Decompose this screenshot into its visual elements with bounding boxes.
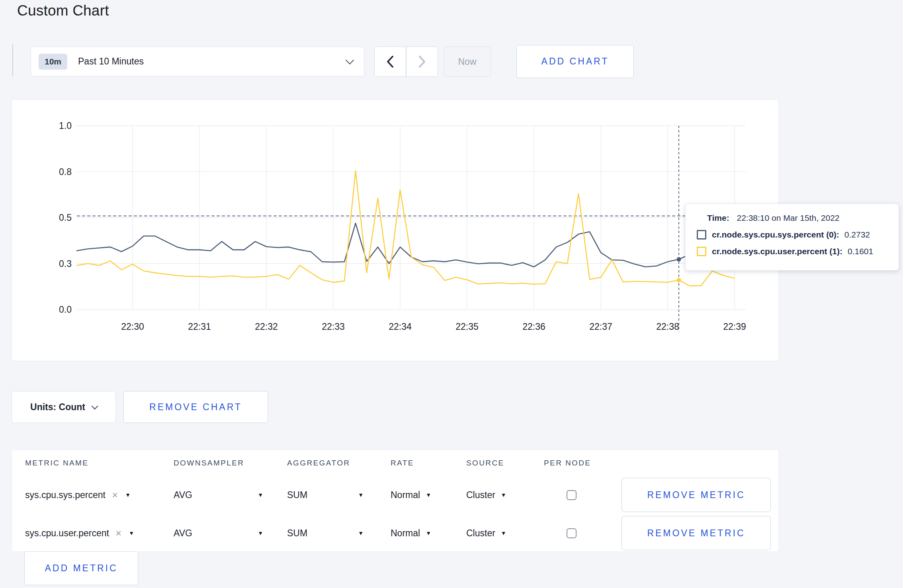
dropdown-caret-icon: ▼ — [358, 530, 364, 536]
tooltip-time-label: Time: — [707, 213, 729, 222]
aggregator-value: SUM — [287, 528, 307, 539]
col-header-metric-name: METRIC NAME — [25, 459, 174, 467]
col-header-rate: RATE — [391, 459, 466, 467]
sys-series-swatch-icon — [697, 230, 706, 239]
time-range-label: Past 10 Minutes — [78, 56, 144, 67]
svg-text:1.0: 1.0 — [59, 121, 72, 131]
metric-name-select[interactable]: sys.cpu.sys.percent × ▼ — [25, 489, 174, 501]
tooltip-series-row: cr.node.sys.cpu.user.percent (1): 0.1601 — [697, 247, 899, 256]
units-select[interactable]: Units: Count — [12, 391, 116, 423]
remove-metric-button[interactable]: REMOVE METRIC — [622, 478, 771, 512]
user-series-swatch-icon — [697, 247, 706, 256]
svg-text:22:34: 22:34 — [389, 321, 412, 332]
dropdown-caret-icon: ▼ — [358, 492, 364, 498]
dropdown-caret-icon: ▼ — [501, 492, 506, 498]
remove-chart-button[interactable]: REMOVE CHART — [123, 391, 268, 423]
units-label: Units: Count — [30, 402, 85, 413]
toolbar-divider — [12, 44, 13, 76]
svg-text:0.0: 0.0 — [59, 304, 72, 315]
svg-text:22:35: 22:35 — [455, 321, 479, 332]
svg-text:0.8: 0.8 — [59, 167, 72, 177]
rate-value: Normal — [391, 528, 420, 539]
metric-name-select[interactable]: sys.cpu.user.percent × ▼ — [25, 527, 174, 539]
chart-tooltip: Time: 22:38:10 on Mar 15th, 2022 cr.node… — [685, 204, 899, 271]
tooltip-time: Time: 22:38:10 on Mar 15th, 2022 — [707, 213, 899, 223]
col-header-aggregator: AGGREGATOR — [287, 459, 391, 467]
svg-text:22:37: 22:37 — [589, 321, 612, 332]
cpu-line-chart[interactable]: 0.00.30.50.81.022:3022:3122:3222:3322:34… — [12, 100, 778, 360]
table-row: sys.cpu.user.percent × ▼ AVG ▼ SUM ▼ Nor… — [12, 514, 778, 552]
svg-text:22:31: 22:31 — [188, 321, 211, 332]
col-header-source: SOURCE — [466, 459, 544, 467]
col-header-downsampler: DOWNSAMPLER — [174, 459, 287, 467]
tooltip-series-row: cr.node.sys.cpu.sys.percent (0): 0.2732 — [697, 230, 899, 239]
source-select[interactable]: Cluster ▼ — [466, 490, 544, 500]
chevron-down-icon — [346, 56, 354, 64]
aggregator-value: SUM — [287, 490, 307, 500]
tooltip-sys-value: 0.2732 — [844, 230, 870, 239]
chart-card: 0.00.30.50.81.022:3022:3122:3222:3322:34… — [12, 99, 779, 361]
svg-text:0.5: 0.5 — [59, 212, 72, 223]
downsampler-value: AVG — [174, 490, 192, 500]
time-prev-button[interactable] — [375, 47, 406, 76]
add-chart-button[interactable]: ADD CHART — [516, 45, 634, 78]
dropdown-caret-icon[interactable]: ▼ — [129, 530, 134, 536]
dropdown-caret-icon: ▼ — [426, 492, 431, 498]
source-value: Cluster — [466, 528, 495, 539]
svg-text:22:33: 22:33 — [322, 321, 345, 332]
tooltip-time-value: 22:38:10 on Mar 15th, 2022 — [737, 213, 839, 222]
metric-name-value: sys.cpu.user.percent — [25, 528, 109, 539]
page-title: Custom Chart — [17, 2, 109, 19]
svg-text:22:36: 22:36 — [522, 321, 545, 332]
rate-value: Normal — [391, 490, 420, 500]
time-pager — [374, 47, 438, 77]
dropdown-caret-icon[interactable]: ▼ — [125, 492, 131, 498]
chevron-right-icon — [418, 55, 426, 68]
clear-metric-icon[interactable]: × — [112, 489, 118, 501]
svg-text:22:39: 22:39 — [723, 321, 746, 332]
tooltip-sys-label: cr.node.sys.cpu.sys.percent (0): — [712, 230, 839, 239]
table-row: sys.cpu.sys.percent × ▼ AVG ▼ SUM ▼ Norm… — [12, 476, 778, 514]
svg-text:22:30: 22:30 — [121, 321, 144, 332]
col-header-per-node: PER NODE — [544, 459, 622, 467]
downsampler-select[interactable]: AVG ▼ — [174, 528, 263, 539]
chevron-left-icon — [386, 55, 395, 68]
remove-metric-button[interactable]: REMOVE METRIC — [622, 516, 771, 550]
add-metric-button[interactable]: ADD METRIC — [24, 551, 138, 585]
dropdown-caret-icon: ▼ — [258, 492, 263, 498]
aggregator-select[interactable]: SUM ▼ — [287, 528, 364, 539]
aggregator-select[interactable]: SUM ▼ — [287, 490, 364, 500]
time-next-button[interactable] — [407, 47, 438, 76]
chevron-down-icon — [91, 403, 98, 409]
time-range-selector[interactable]: 10m Past 10 Minutes — [31, 47, 364, 76]
time-range-badge: 10m — [39, 54, 67, 70]
metrics-table: METRIC NAME DOWNSAMPLER AGGREGATOR RATE … — [12, 450, 779, 552]
rate-select[interactable]: Normal ▼ — [391, 528, 466, 539]
tooltip-user-value: 0.1601 — [848, 247, 873, 256]
svg-text:22:38: 22:38 — [656, 321, 679, 332]
per-node-checkbox[interactable] — [567, 490, 577, 500]
dropdown-caret-icon: ▼ — [258, 530, 263, 536]
downsampler-select[interactable]: AVG ▼ — [174, 490, 263, 500]
dropdown-caret-icon: ▼ — [426, 530, 431, 536]
metric-name-value: sys.cpu.sys.percent — [25, 490, 106, 500]
metrics-table-header: METRIC NAME DOWNSAMPLER AGGREGATOR RATE … — [12, 450, 778, 476]
tooltip-user-label: cr.node.sys.cpu.user.percent (1): — [712, 247, 842, 256]
dropdown-caret-icon: ▼ — [501, 530, 506, 536]
clear-metric-icon[interactable]: × — [115, 527, 121, 539]
source-value: Cluster — [466, 490, 495, 500]
now-button[interactable]: Now — [444, 47, 491, 77]
rate-select[interactable]: Normal ▼ — [391, 490, 466, 500]
svg-text:22:32: 22:32 — [255, 321, 278, 332]
svg-text:0.3: 0.3 — [59, 259, 72, 269]
source-select[interactable]: Cluster ▼ — [466, 528, 544, 539]
downsampler-value: AVG — [174, 528, 192, 539]
custom-chart-page: Custom Chart 10m Past 10 Minutes Now ADD… — [0, 0, 903, 588]
per-node-checkbox[interactable] — [567, 528, 577, 538]
